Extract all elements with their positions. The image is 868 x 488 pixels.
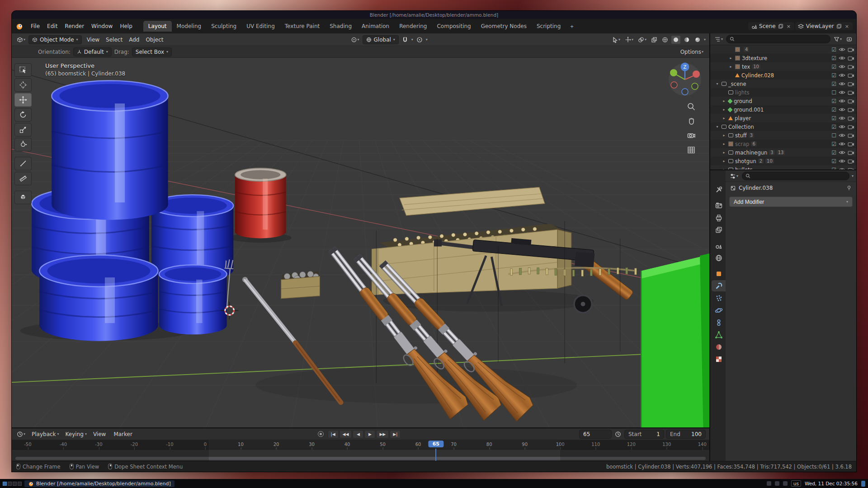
proportional-editing-button[interactable] <box>415 36 424 44</box>
properties-tab-constraints[interactable] <box>712 317 726 328</box>
timeline-menu-item[interactable]: Keying▾ <box>62 430 90 439</box>
expand-arrow-icon[interactable]: ▸ <box>722 142 726 146</box>
outliner-search[interactable] <box>726 35 830 43</box>
current-frame-field[interactable]: 65 <box>579 430 612 439</box>
pan-hand-icon[interactable] <box>686 116 697 127</box>
editor-type-button[interactable]: ▾ <box>15 36 27 44</box>
viewport-menu-item[interactable]: View <box>84 35 103 45</box>
3d-scene[interactable] <box>12 58 709 427</box>
exclude-checkbox[interactable]: ☑ <box>831 73 836 78</box>
hide-eye-toggle[interactable] <box>838 150 845 155</box>
workspace-tab[interactable]: Shading <box>325 21 357 32</box>
outliner-row[interactable]: 4 ☑ <box>710 45 856 54</box>
exclude-checkbox[interactable]: ☑ <box>831 159 836 164</box>
taskbar-app-button[interactable]: Blender [/home/amalie/Desktop/blender/am… <box>24 480 175 487</box>
play-button[interactable]: ▶ <box>364 430 375 438</box>
orientation-setting-dropdown[interactable]: Default ▾ <box>73 47 112 56</box>
tray-icon-1[interactable] <box>767 481 771 486</box>
hide-eye-toggle[interactable] <box>838 116 845 121</box>
hide-eye-toggle[interactable] <box>838 90 845 95</box>
menu-item[interactable]: Edit <box>43 21 61 31</box>
expand-arrow-icon[interactable]: ▸ <box>722 99 726 103</box>
properties-tab-material[interactable] <box>712 341 726 352</box>
proportional-dropdown-caret[interactable]: ▾ <box>426 38 428 42</box>
add-cube-tool[interactable] <box>14 191 32 204</box>
expand-arrow-icon[interactable]: ▸ <box>722 168 726 169</box>
workspace-tab[interactable]: Rendering <box>394 21 432 32</box>
annotate-tool[interactable] <box>14 157 32 170</box>
auto-keying-button[interactable] <box>318 431 324 437</box>
viewport-menu-item[interactable]: Select <box>103 35 126 45</box>
outliner-row[interactable]: Cylinder.028 ☑ <box>710 71 856 80</box>
shading-solid-button[interactable] <box>671 36 680 44</box>
copy-viewlayer-icon[interactable] <box>836 23 842 29</box>
exclude-checkbox[interactable]: ☑ <box>831 64 836 70</box>
timeline-editor-type-button[interactable]: ▾ <box>15 430 27 438</box>
hide-eye-toggle[interactable] <box>838 167 845 169</box>
hide-eye-toggle[interactable] <box>838 56 845 61</box>
frame-start-field[interactable]: Start 1 <box>624 430 664 439</box>
properties-tab-texture[interactable] <box>712 353 726 365</box>
tray-icon-3[interactable] <box>783 481 788 486</box>
outliner-row[interactable]: ▸ bullets ☑ <box>710 165 856 169</box>
new-scene-icon[interactable] <box>778 23 784 29</box>
expand-arrow-icon[interactable]: ▸ <box>728 65 733 69</box>
menu-item[interactable]: Help <box>116 21 136 31</box>
xray-toggle-button[interactable] <box>650 36 659 44</box>
navigation-gizmo[interactable]: Z <box>667 61 703 98</box>
exclude-checkbox[interactable]: ☑ <box>831 99 836 104</box>
properties-tab-physics[interactable] <box>712 305 726 316</box>
viewport-menu-item[interactable]: Add <box>126 35 142 45</box>
hide-eye-toggle[interactable] <box>838 133 845 138</box>
hide-eye-toggle[interactable] <box>838 141 845 146</box>
exclude-checkbox[interactable]: ☑ <box>831 47 836 52</box>
properties-tab-world[interactable] <box>712 252 726 263</box>
workspace-tab[interactable]: Compositing <box>432 21 476 32</box>
render-camera-toggle[interactable] <box>847 141 854 146</box>
properties-tab-scene[interactable] <box>712 240 726 251</box>
timeline-menu-item[interactable]: Playback▾ <box>28 430 62 439</box>
expand-arrow-icon[interactable]: ▸ <box>722 116 726 120</box>
render-camera-toggle[interactable] <box>847 133 854 138</box>
menu-item[interactable]: File <box>27 21 43 31</box>
render-camera-toggle[interactable] <box>847 81 854 86</box>
properties-search[interactable] <box>742 172 849 180</box>
expand-arrow-icon[interactable]: ▸ <box>722 108 726 112</box>
new-collection-button[interactable] <box>845 35 854 43</box>
render-camera-toggle[interactable] <box>847 159 854 164</box>
render-camera-toggle[interactable] <box>847 116 854 121</box>
play-reverse-button[interactable]: ◀ <box>353 430 363 438</box>
pin-icon[interactable] <box>846 185 852 191</box>
render-camera-toggle[interactable] <box>847 90 854 95</box>
workspace-tab[interactable]: Animation <box>357 21 394 32</box>
render-camera-toggle[interactable] <box>847 99 854 103</box>
taskbar-clock[interactable]: Wed, 11 Dec 02:35:56 <box>805 481 858 486</box>
remove-viewlayer-icon[interactable]: × <box>844 23 850 29</box>
expand-arrow-icon[interactable]: ▸ <box>722 133 726 137</box>
pivot-point-button[interactable]: ▾ <box>349 36 361 44</box>
properties-tab-output[interactable] <box>712 212 726 223</box>
overlays-toggle-button[interactable]: ▾ <box>637 36 648 44</box>
outliner-row[interactable]: ▸ tex 10 ☑ <box>710 62 856 71</box>
hide-eye-toggle[interactable] <box>838 99 845 103</box>
snap-dropdown-caret[interactable]: ▾ <box>411 38 413 42</box>
workspace-tab[interactable]: Geometry Nodes <box>476 21 532 32</box>
shading-rendered-button[interactable] <box>693 36 702 44</box>
properties-search-input[interactable] <box>752 173 846 179</box>
outliner-row[interactable]: ▸ stuff 3 ☐ <box>710 131 856 140</box>
exclude-checkbox[interactable]: ☐ <box>831 90 836 95</box>
scale-tool[interactable] <box>14 123 32 136</box>
exclude-checkbox[interactable]: ☑ <box>831 141 836 147</box>
render-camera-toggle[interactable] <box>847 64 854 69</box>
timeline-menu-item[interactable]: Marker <box>110 430 137 439</box>
hide-eye-toggle[interactable] <box>838 159 845 164</box>
tray-accent-widget[interactable] <box>861 481 865 487</box>
shading-material-button[interactable] <box>682 36 691 44</box>
outliner-row[interactable]: ▸ player ☑ <box>710 114 856 122</box>
ortho-grid-icon[interactable] <box>686 145 697 155</box>
scene-selector[interactable]: Scene × <box>748 22 794 30</box>
workspace-tab[interactable]: Layout <box>143 21 172 32</box>
expand-arrow-icon[interactable]: ▸ <box>728 56 733 60</box>
drag-setting-dropdown[interactable]: Select Box ▾ <box>132 47 172 56</box>
workspace-pager[interactable] <box>3 482 22 486</box>
